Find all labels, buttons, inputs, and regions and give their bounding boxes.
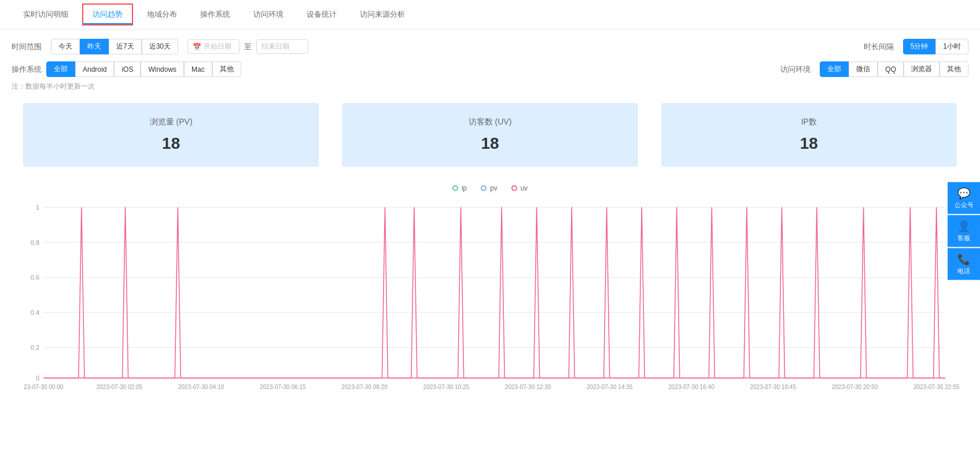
legend-ip-dot	[452, 185, 458, 191]
svg-text:2023-07-30 18:45: 2023-07-30 18:45	[750, 384, 796, 390]
data-note: 注：数据每半小时更新一次	[12, 82, 968, 91]
stat-pv-value: 18	[46, 134, 296, 153]
float-btn-phone-label: 电话	[957, 267, 970, 276]
chart-legend: ip pv uv	[12, 184, 968, 192]
float-btn-phone[interactable]: 📞 电话	[948, 248, 980, 280]
btn-env-browser[interactable]: 浏览器	[904, 61, 940, 77]
btn-1hour[interactable]: 1小时	[935, 39, 968, 54]
stat-card-ip: IP数 18	[661, 103, 957, 167]
float-btn-service-label: 客服	[957, 234, 970, 243]
tab-geo-distribution[interactable]: 地域分布	[135, 1, 189, 28]
stat-uv-value: 18	[365, 134, 614, 153]
btn-env-other[interactable]: 其他	[940, 61, 968, 77]
btn-5min[interactable]: 5分钟	[903, 39, 936, 54]
float-btn-wechat[interactable]: 💬 公众号	[948, 182, 980, 214]
stat-ip-value: 18	[684, 134, 934, 153]
btn-today[interactable]: 今天	[51, 39, 80, 54]
tab-visit-source[interactable]: 访问来源分析	[348, 1, 417, 28]
float-btn-wechat-label: 公众号	[955, 201, 974, 210]
btn-7days[interactable]: 近7天	[109, 39, 142, 54]
btn-os-mac[interactable]: Mac	[184, 61, 212, 77]
btn-env-qq[interactable]: QQ	[878, 61, 904, 77]
interval-label: 时长间隔	[864, 42, 894, 52]
stat-pv-title: 浏览量 (PV)	[46, 117, 296, 127]
stat-card-pv: 浏览量 (PV) 18	[23, 103, 319, 167]
svg-text:0.6: 0.6	[31, 274, 39, 281]
date-separator: 至	[244, 42, 252, 52]
time-range-group: 今天 昨天 近7天 近30天	[51, 39, 178, 54]
tab-visit-trend[interactable]: 访问趋势	[83, 5, 132, 24]
svg-text:2023-07-30 02:05: 2023-07-30 02:05	[97, 384, 143, 390]
tab-realtime-detail[interactable]: 实时访问明细	[12, 1, 80, 28]
svg-text:23-07-30 00:00: 23-07-30 00:00	[24, 384, 64, 390]
tab-device-stats[interactable]: 设备统计	[295, 1, 348, 28]
filter-row-time: 时间范围 今天 昨天 近7天 近30天 📅 开始日期 至 结束日期 时长间隔	[12, 39, 968, 54]
tab-os[interactable]: 操作系统	[189, 1, 242, 28]
os-group: 全部 Android iOS Windows Mac 其他	[46, 61, 241, 77]
content-area: 时间范围 今天 昨天 近7天 近30天 📅 开始日期 至 结束日期 时长间隔	[0, 30, 980, 409]
float-buttons: 💬 公众号 👤 客服 📞 电话	[948, 182, 980, 280]
legend-pv-dot	[481, 185, 487, 191]
chart-container: 1 0.8 0.6 0.4 0.2 0	[12, 199, 968, 399]
interval-group: 5分钟 1小时	[903, 39, 968, 54]
env-group: 全部 微信 QQ 浏览器 其他	[820, 61, 968, 77]
btn-env-wechat[interactable]: 微信	[849, 61, 878, 77]
svg-text:0.2: 0.2	[31, 344, 39, 351]
interval-filter: 时长间隔 5分钟 1小时	[864, 39, 968, 54]
legend-ip-label: ip	[462, 184, 467, 192]
legend-uv-label: uv	[521, 184, 528, 192]
btn-env-all[interactable]: 全部	[820, 61, 849, 77]
time-range-label: 时间范围	[12, 42, 42, 52]
legend-ip[interactable]: ip	[452, 184, 467, 192]
service-icon: 👤	[957, 220, 970, 233]
os-label: 操作系统	[12, 64, 42, 75]
legend-pv[interactable]: pv	[481, 184, 498, 192]
svg-text:2023-07-30 20:50: 2023-07-30 20:50	[832, 384, 878, 390]
start-date-placeholder: 开始日期	[204, 42, 231, 52]
tab-visit-env[interactable]: 访问环境	[242, 1, 295, 28]
stat-uv-title: 访客数 (UV)	[365, 117, 614, 127]
wechat-icon: 💬	[957, 187, 970, 200]
legend-uv-dot	[511, 185, 517, 191]
stat-ip-title: IP数	[684, 117, 934, 127]
btn-os-android[interactable]: Android	[75, 61, 114, 77]
nav-tabs: 实时访问明细 访问趋势 地域分布 操作系统 访问环境 设备统计 访问来源分析	[0, 0, 980, 30]
filter-row-os-env: 操作系统 全部 Android iOS Windows Mac 其他 访问环境 …	[12, 61, 968, 77]
svg-text:1: 1	[36, 204, 39, 211]
legend-uv[interactable]: uv	[511, 184, 528, 192]
stats-row: 浏览量 (PV) 18 访客数 (UV) 18 IP数 18	[12, 103, 968, 167]
end-date-input[interactable]: 结束日期	[256, 39, 308, 54]
svg-text:2023-07-30 14:35: 2023-07-30 14:35	[587, 384, 633, 390]
legend-pv-label: pv	[490, 184, 498, 192]
svg-text:2023-07-30 16:40: 2023-07-30 16:40	[668, 384, 714, 390]
svg-text:0.8: 0.8	[31, 239, 39, 246]
svg-text:0: 0	[36, 375, 39, 382]
end-date-placeholder: 结束日期	[261, 42, 289, 52]
svg-text:2023-07-30 06:15: 2023-07-30 06:15	[260, 384, 306, 390]
svg-text:2023-07-30 12:30: 2023-07-30 12:30	[505, 384, 551, 390]
svg-text:2023-07-30 10:25: 2023-07-30 10:25	[423, 384, 470, 390]
svg-text:0.4: 0.4	[31, 309, 39, 316]
line-chart: 1 0.8 0.6 0.4 0.2 0	[23, 199, 957, 386]
svg-text:2023-07-30 08:20: 2023-07-30 08:20	[341, 384, 388, 390]
btn-os-ios[interactable]: iOS	[114, 61, 141, 77]
svg-text:2023-07-30 22:55: 2023-07-30 22:55	[913, 384, 960, 390]
btn-os-other[interactable]: 其他	[212, 61, 241, 77]
float-btn-service[interactable]: 👤 客服	[948, 215, 980, 247]
phone-icon: 📞	[957, 253, 970, 266]
main-container: 实时访问明细 访问趋势 地域分布 操作系统 访问环境 设备统计 访问来源分析 时…	[0, 0, 980, 462]
btn-os-windows[interactable]: Windows	[141, 61, 184, 77]
btn-30days[interactable]: 近30天	[142, 39, 178, 54]
start-date-input[interactable]: 📅 开始日期	[187, 39, 240, 54]
stat-card-uv: 访客数 (UV) 18	[342, 103, 638, 167]
btn-yesterday[interactable]: 昨天	[80, 39, 109, 54]
btn-os-all[interactable]: 全部	[46, 61, 75, 77]
svg-text:2023-07-30 04:10: 2023-07-30 04:10	[178, 384, 224, 390]
env-label: 访问环境	[780, 64, 810, 75]
date-range: 📅 开始日期 至 结束日期	[187, 39, 308, 54]
